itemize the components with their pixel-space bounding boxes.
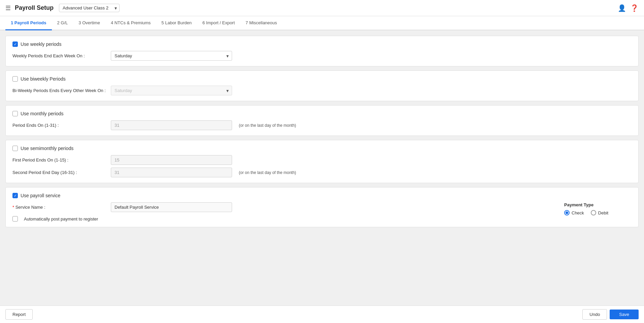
semimonthly-input2[interactable] bbox=[111, 168, 232, 177]
footer: Report Undo Save bbox=[0, 305, 644, 323]
check-radio-circle[interactable] bbox=[564, 210, 570, 215]
monthly-form-row: Period Ends On (1-31) : (or on the last … bbox=[12, 120, 632, 130]
payroll-service-label: Use payroll service bbox=[21, 193, 60, 198]
user-icon[interactable]: 👤 bbox=[618, 4, 626, 12]
weekly-dropdown[interactable]: Saturday Sunday Monday Tuesday Wednesday… bbox=[111, 51, 232, 61]
check-radio-label: Check bbox=[572, 210, 584, 215]
biweekly-form-row: Bi-Weekly Periods Ends Every Other Week … bbox=[12, 86, 632, 95]
weekly-form-row: Weekly Periods End Each Week On : Saturd… bbox=[12, 51, 632, 61]
payroll-service-two-col: * Service Name : Automatically post paym… bbox=[12, 202, 632, 222]
tab-labor-burden[interactable]: 5 Labor Burden bbox=[156, 16, 197, 30]
service-name-label: * Service Name : bbox=[12, 205, 107, 210]
auto-post-label: Automatically post payment to register bbox=[24, 216, 98, 222]
page-title: Payroll Setup bbox=[15, 4, 54, 11]
weekly-dropdown-wrapper: Saturday Sunday Monday Tuesday Wednesday… bbox=[111, 51, 232, 61]
payment-type-section: Payment Type Check Debit bbox=[564, 202, 632, 215]
monthly-header: Use monthly periods bbox=[12, 111, 632, 116]
weekly-label: Use weekly periods bbox=[21, 41, 61, 47]
monthly-section: Use monthly periods Period Ends On (1-31… bbox=[5, 105, 639, 136]
help-icon[interactable]: ❓ bbox=[630, 4, 639, 12]
service-name-required: * bbox=[12, 205, 14, 210]
tab-import-export[interactable]: 6 Import / Export bbox=[197, 16, 240, 30]
tab-overtime[interactable]: 3 Overtime bbox=[73, 16, 105, 30]
payroll-service-section: Use payroll service * Service Name : Aut… bbox=[5, 187, 639, 227]
semimonthly-field1-label: First Period Ends On (1-15) : bbox=[12, 157, 107, 163]
main-content: Use weekly periods Weekly Periods End Ea… bbox=[0, 30, 644, 305]
biweekly-field-label: Bi-Weekly Periods Ends Every Other Week … bbox=[12, 88, 107, 93]
semimonthly-field2-label: Second Period End Day (16-31) : bbox=[12, 170, 107, 175]
weekly-header: Use weekly periods bbox=[12, 41, 632, 47]
monthly-field-label: Period Ends On (1-31) : bbox=[12, 123, 107, 128]
semimonthly-header: Use semimonthly periods bbox=[12, 146, 632, 151]
report-button[interactable]: Report bbox=[5, 309, 33, 320]
tab-miscellaneous[interactable]: 7 Miscellaneous bbox=[240, 16, 282, 30]
semimonthly-form-row-2: Second Period End Day (16-31) : (or on t… bbox=[12, 168, 632, 177]
class-selector[interactable]: Advanced User Class 2 bbox=[59, 4, 120, 12]
biweekly-section: Use biweekly Periods Bi-Weekly Periods E… bbox=[5, 70, 639, 101]
payment-type-label: Payment Type bbox=[564, 202, 632, 207]
payroll-service-header: Use payroll service bbox=[12, 193, 632, 198]
payroll-service-col-right: Payment Type Check Debit bbox=[564, 202, 632, 215]
payroll-service-checkbox[interactable] bbox=[12, 193, 18, 198]
semimonthly-form-row-1: First Period Ends On (1-15) : bbox=[12, 155, 632, 165]
debit-radio-circle[interactable] bbox=[591, 210, 596, 215]
semimonthly-hint: (or on the last day of the month) bbox=[239, 170, 296, 175]
semimonthly-label: Use semimonthly periods bbox=[21, 146, 73, 151]
biweekly-dropdown-wrapper: Saturday bbox=[111, 86, 232, 95]
check-radio-option[interactable]: Check bbox=[564, 210, 584, 215]
tab-bar: 1 Payroll Periods 2 G/L 3 Overtime 4 NTC… bbox=[0, 16, 644, 30]
payroll-service-col-left: * Service Name : Automatically post paym… bbox=[12, 202, 551, 222]
header-right: 👤 ❓ bbox=[618, 4, 639, 12]
app-header: ☰ Payroll Setup Advanced User Class 2 👤 … bbox=[0, 0, 644, 16]
semimonthly-checkbox[interactable] bbox=[12, 146, 18, 151]
biweekly-header: Use biweekly Periods bbox=[12, 76, 632, 82]
monthly-hint: (or on the last day of the month) bbox=[239, 123, 296, 128]
debit-radio-label: Debit bbox=[598, 210, 608, 215]
tab-ntcs[interactable]: 4 NTCs & Premiums bbox=[105, 16, 156, 30]
monthly-checkbox[interactable] bbox=[12, 111, 18, 116]
tab-gl[interactable]: 2 G/L bbox=[52, 16, 73, 30]
save-button[interactable]: Save bbox=[610, 310, 639, 319]
undo-button[interactable]: Undo bbox=[582, 309, 607, 320]
payment-radio-group: Check Debit bbox=[564, 210, 632, 215]
auto-post-checkbox[interactable] bbox=[12, 216, 18, 222]
monthly-input[interactable] bbox=[111, 120, 232, 130]
weekly-field-label: Weekly Periods End Each Week On : bbox=[12, 53, 107, 58]
semimonthly-input1[interactable] bbox=[111, 155, 232, 165]
biweekly-dropdown[interactable]: Saturday bbox=[111, 86, 232, 95]
menu-icon[interactable]: ☰ bbox=[5, 4, 11, 12]
service-name-row: * Service Name : bbox=[12, 202, 551, 212]
tab-payroll-periods[interactable]: 1 Payroll Periods bbox=[5, 16, 52, 30]
biweekly-label: Use biweekly Periods bbox=[21, 76, 66, 82]
class-selector-wrapper: Advanced User Class 2 bbox=[59, 4, 120, 12]
semimonthly-section: Use semimonthly periods First Period End… bbox=[5, 140, 639, 183]
biweekly-checkbox[interactable] bbox=[12, 76, 18, 82]
weekly-section: Use weekly periods Weekly Periods End Ea… bbox=[5, 36, 639, 66]
weekly-checkbox[interactable] bbox=[12, 41, 18, 47]
auto-post-row: Automatically post payment to register bbox=[12, 216, 551, 222]
debit-radio-option[interactable]: Debit bbox=[591, 210, 608, 215]
monthly-label: Use monthly periods bbox=[21, 111, 64, 116]
service-name-input[interactable] bbox=[111, 202, 232, 212]
